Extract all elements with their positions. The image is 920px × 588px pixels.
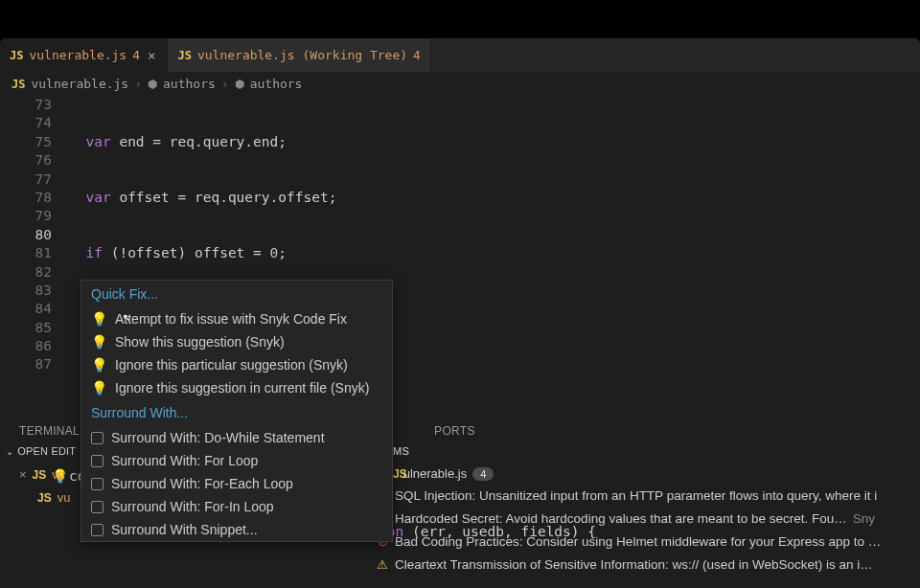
close-icon[interactable]: ×	[146, 48, 157, 63]
checkbox-icon	[91, 501, 104, 513]
surround-for-loop[interactable]: Surround With: For Loop	[81, 449, 392, 472]
problems-heading: MS	[393, 445, 409, 457]
surround-do-while[interactable]: Surround With: Do-While Statement	[81, 426, 392, 449]
problem-count-badge: 4	[472, 467, 494, 481]
tab-label: vulnerable.js	[29, 48, 126, 62]
breadcrumb[interactable]: JS vulnerable.js › ⬢ authors › ⬢ authors	[0, 72, 920, 96]
checkbox-icon	[91, 432, 104, 444]
line-gutter: 73 74 75 76 77 78 79 80 81 82 83 84 85 8…	[0, 96, 69, 588]
tab-problem-badge: 4	[132, 48, 140, 62]
symbol-icon: ⬢	[148, 78, 157, 91]
quick-fix-ignore-suggestion[interactable]: 💡Ignore this particular suggestion (Snyk…	[81, 353, 392, 376]
surround-with-heading: Surround With...	[81, 399, 392, 426]
quick-fix-ignore-in-file[interactable]: 💡Ignore this suggestion in current file …	[81, 376, 392, 399]
problem-row[interactable]: ⊘ Bad Coding Practices: Consider using H…	[376, 534, 920, 549]
open-editor-item[interactable]: JS vu	[19, 490, 70, 505]
problem-row[interactable]: ⊘ Hardcoded Secret: Avoid hardcoding val…	[376, 511, 920, 526]
tab-vulnerable-js[interactable]: JS vulnerable.js 4 ×	[0, 38, 168, 72]
quick-fix-heading: Quick Fix...	[81, 281, 392, 307]
surround-for-each[interactable]: Surround With: For-Each Loop	[81, 472, 392, 495]
js-file-icon: JS	[33, 468, 47, 482]
chevron-right-icon: ›	[221, 77, 229, 91]
lightbulb-icon: 💡	[91, 380, 107, 396]
js-file-icon: JS	[12, 78, 25, 91]
surround-snippet[interactable]: Surround With Snippet...	[81, 518, 392, 541]
js-file-icon: JS	[10, 49, 23, 62]
lightbulb-icon: 💡	[91, 357, 107, 373]
problem-file-row[interactable]: JS ulnerable.js 4	[393, 466, 494, 481]
tab-bar: JS vulnerable.js 4 × JS vulnerable.js (W…	[0, 38, 920, 72]
symbol-icon: ⬢	[235, 78, 244, 91]
warning-icon: ⚠	[376, 557, 389, 572]
quick-fix-show-suggestion[interactable]: 💡Show this suggestion (Snyk)	[81, 330, 392, 353]
tab-vulnerable-js-working-tree[interactable]: JS vulnerable.js (Working Tree) 4	[168, 38, 430, 72]
open-editors-heading[interactable]: ⌄ OPEN EDIT	[0, 445, 81, 457]
breadcrumb-symbol: authors	[163, 77, 216, 91]
open-editor-item[interactable]: × JS vu	[19, 467, 65, 482]
tab-terminal[interactable]: TERMINAL	[19, 424, 80, 438]
breadcrumb-symbol: authors	[250, 77, 303, 91]
lightbulb-icon: 💡	[91, 311, 107, 327]
surround-for-in[interactable]: Surround With: For-In Loop	[81, 495, 392, 518]
lightbulb-icon: 💡	[91, 334, 107, 350]
close-icon[interactable]: ×	[19, 467, 27, 482]
tab-label: vulnerable.js (Working Tree)	[197, 48, 407, 62]
chevron-down-icon: ⌄	[6, 446, 13, 457]
checkbox-icon	[91, 478, 104, 490]
breadcrumb-file: vulnerable.js	[31, 77, 128, 91]
js-file-icon: JS	[177, 49, 191, 62]
problem-row[interactable]: ⊘ SQL Injection: Unsanitized input from …	[376, 488, 920, 503]
checkbox-icon	[91, 524, 104, 536]
quick-fix-menu: Quick Fix... 💡Attempt to fix issue with …	[80, 280, 393, 542]
tab-ports[interactable]: PORTS	[434, 424, 475, 438]
chevron-right-icon: ›	[134, 77, 142, 91]
tab-problem-badge: 4	[413, 48, 421, 62]
problem-row[interactable]: ⚠ Cleartext Transmission of Sensitive In…	[376, 557, 920, 572]
checkbox-icon	[91, 455, 104, 467]
quick-fix-snyk-autofix[interactable]: 💡Attempt to fix issue with Snyk Code Fix	[81, 307, 392, 330]
js-file-icon: JS	[37, 491, 52, 505]
